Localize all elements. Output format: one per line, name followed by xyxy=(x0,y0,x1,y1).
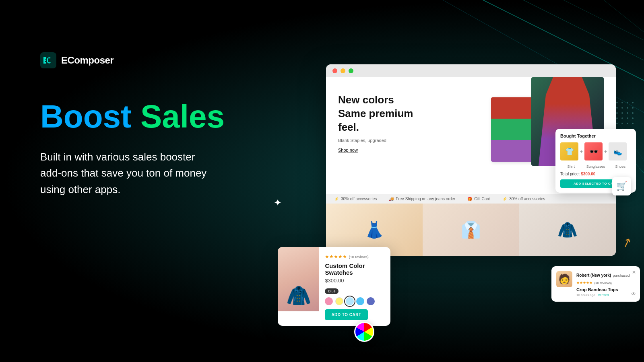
color-wheel-badge xyxy=(354,322,374,342)
notif-avatar-image: 🧑 xyxy=(556,271,572,287)
ticker-icon-2: 🚚 xyxy=(389,197,394,201)
notif-verified: Verified xyxy=(598,293,609,297)
left-content-section: EComposer Boost Sales Built in with vari… xyxy=(40,52,225,197)
swatches-stars: ★★★★★ xyxy=(325,254,347,259)
browser-hero-headline: New colors Same premium feel. xyxy=(338,93,483,134)
swatch-dark-blue[interactable] xyxy=(367,297,375,305)
notification-avatar: 🧑 xyxy=(556,271,572,287)
hero-text: New colors Same premium feel. Blank Stap… xyxy=(338,89,483,186)
ticker-text-3: Gift Card xyxy=(474,197,490,201)
notif-action: purchased xyxy=(613,274,630,278)
swatches-add-to-cart-button[interactable]: ADD TO CART xyxy=(325,309,367,320)
notif-time-value: 10 hours ago xyxy=(576,293,595,297)
bt-plus-1: + xyxy=(580,149,583,154)
cart-icon: 🛒 xyxy=(616,181,627,191)
ticker-text-4: 30% off accessories xyxy=(509,197,545,201)
product-img-2: 👔 xyxy=(423,204,519,256)
headline-line2: Same premium xyxy=(338,107,413,119)
hero-subtitle: Built in with various sales booster add-… xyxy=(40,149,225,197)
swatches-product-title: Custom Color Swatches xyxy=(325,262,385,276)
notification-card: 🧑 Robert (New york) purchased ★★★★★ (10 … xyxy=(551,266,640,302)
swatches-info: ★★★★★ (10 reviews) Custom Color Swatches… xyxy=(319,247,390,326)
color-swatches-row xyxy=(325,297,385,305)
swatches-product-image: 🧥 xyxy=(278,247,319,311)
notification-eye-icon[interactable]: 👁 xyxy=(631,291,636,297)
swatch-pink[interactable] xyxy=(325,297,333,305)
bought-together-products: 👕 + 🕶️ + 👟 xyxy=(560,142,631,160)
bt-product-shirt: 👕 xyxy=(560,142,578,160)
headline-line3: feel. xyxy=(338,121,359,133)
bt-label-sunglasses: Sunglasses xyxy=(585,165,606,169)
bt-product-sunglasses: 🕶️ xyxy=(584,142,603,160)
bt-label-shoes: Shoes xyxy=(610,165,631,169)
ticker-text-1: 30% off accessories xyxy=(341,197,377,201)
browser-shop-now-link[interactable]: Shop now xyxy=(338,148,358,152)
svg-point-11 xyxy=(632,102,634,103)
ticker-icon-4: ⚡ xyxy=(502,197,507,201)
swatch-yellow[interactable] xyxy=(335,297,343,305)
notif-time: 10 hours ago · Verified xyxy=(576,293,635,297)
swatches-figure: 🧥 xyxy=(278,247,319,311)
product-card-3: 🧥 xyxy=(519,204,616,256)
headline-sales: Sales xyxy=(140,99,225,134)
ticker-item-1: ⚡ 30% off accessories xyxy=(334,197,377,201)
swatch-blue-light[interactable] xyxy=(346,297,354,305)
bt-price-value: $300.00 xyxy=(581,172,595,176)
logo-area: EComposer xyxy=(40,52,225,68)
notification-close-button[interactable]: ✕ xyxy=(632,269,636,275)
ticker-icon-3: 🎁 xyxy=(467,197,472,201)
bt-label-shirt: Shirt xyxy=(560,165,582,169)
star-decoration: ✦ xyxy=(274,197,282,208)
swatches-reviews: (10 reviews) xyxy=(349,255,369,259)
ticker-text-2: Free Shipping on any jeans order xyxy=(396,197,455,201)
product-card-2: 👔 xyxy=(423,204,519,256)
notif-reviews: (10 reviews) xyxy=(594,281,612,285)
bt-total-label: Total price: xyxy=(560,172,580,176)
swatches-price: $300.00 xyxy=(325,278,385,284)
swatch-blue[interactable] xyxy=(356,297,364,305)
browser-dot-yellow xyxy=(341,68,345,73)
browser-hero-subtitle: Blank Staples, upgraded xyxy=(338,138,483,143)
ticker-item-3: 🎁 Gift Card xyxy=(467,197,490,201)
swatch-selected-color-label: Blue xyxy=(325,288,339,294)
svg-point-26 xyxy=(632,117,634,119)
svg-point-21 xyxy=(632,112,634,114)
bt-plus-2: + xyxy=(604,149,607,154)
bt-product-shoes: 👟 xyxy=(609,142,627,160)
notif-product-name: Crop Bandeau Tops xyxy=(576,287,635,292)
swatches-card: 🧥 ★★★★★ (10 reviews) Custom Color Swatch… xyxy=(278,247,390,326)
browser-toolbar xyxy=(326,64,616,77)
notif-stars: ★★★★★ xyxy=(576,281,592,285)
main-headline: Boost Sales xyxy=(40,101,225,133)
bt-product-labels: Shirt Sunglasses Shoes xyxy=(560,165,631,169)
notif-name-action: Robert (New york) purchased xyxy=(576,271,635,278)
svg-point-31 xyxy=(632,123,634,124)
swatches-stars-row: ★★★★★ (10 reviews) xyxy=(325,253,385,260)
headline-line1: New colors xyxy=(338,94,394,106)
svg-point-16 xyxy=(632,107,634,109)
ticker-item-4: ⚡ 30% off accessories xyxy=(502,197,545,201)
notif-rating-row: ★★★★★ (10 reviews) xyxy=(576,278,635,286)
ticker-icon-1: ⚡ xyxy=(334,197,339,201)
headline-boost: Boost xyxy=(40,99,132,134)
ticker-item-2: 🚚 Free Shipping on any jeans order xyxy=(389,197,455,201)
browser-dot-green xyxy=(349,68,353,73)
bt-total-price-row: Total price: $300.00 xyxy=(560,172,631,176)
notification-content: Robert (New york) purchased ★★★★★ (10 re… xyxy=(576,271,635,297)
brand-name: EComposer xyxy=(61,55,114,66)
right-content-section: New colors Same premium feel. Blank Stap… xyxy=(326,20,632,350)
ticker-bar: ⚡ 30% off accessories 🚚 Free Shipping on… xyxy=(326,194,616,204)
notif-customer-name: Robert (New york) xyxy=(576,273,611,278)
product-img-3: 🧥 xyxy=(519,204,616,256)
browser-dot-red xyxy=(332,68,337,73)
ecomposer-logo-icon xyxy=(40,52,56,68)
bought-together-title: Bought Together xyxy=(560,134,631,138)
swatches-card-inner: 🧥 ★★★★★ (10 reviews) Custom Color Swatch… xyxy=(278,247,390,326)
cart-badge: 🛒 xyxy=(612,177,631,195)
svg-rect-32 xyxy=(40,52,56,68)
